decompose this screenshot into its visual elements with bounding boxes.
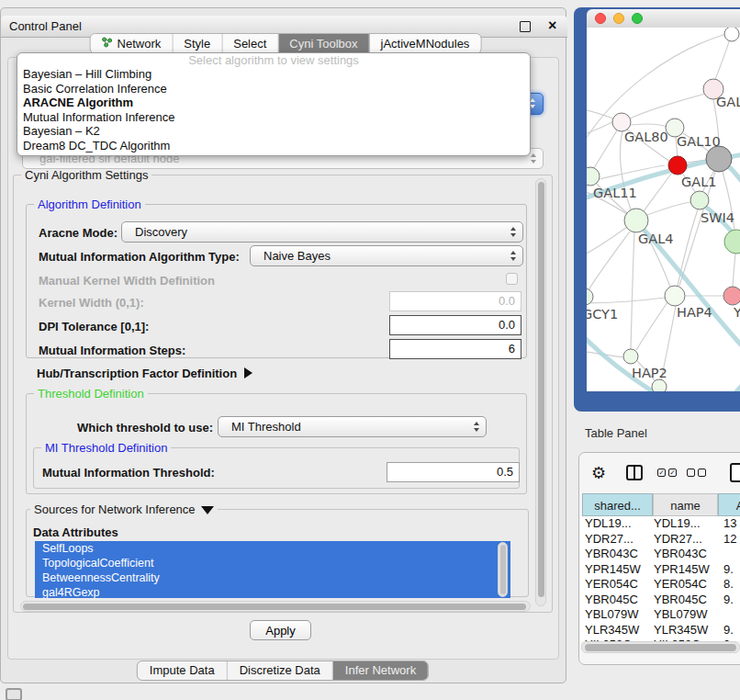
data-attributes-list[interactable]: SelfLoopsTopologicalCoefficientBetweenne…: [35, 541, 510, 598]
network-edge-highlighted: [587, 333, 708, 391]
which-threshold-value: MI Threshold: [231, 420, 301, 434]
hub-definition-toggle[interactable]: Hub/Transcription Factor Definition: [37, 367, 252, 380]
table-row[interactable]: YBL079WYBL079W: [580, 607, 740, 623]
tab-network[interactable]: Network: [91, 34, 174, 53]
table-cell: YPR145W: [654, 562, 710, 578]
network-edge: [587, 108, 613, 119]
gear-icon[interactable]: ⚙: [591, 463, 606, 482]
tab-cyni-toolbox[interactable]: Cyni Toolbox: [278, 34, 369, 53]
network-node-swi4[interactable]: [690, 191, 709, 209]
table-row[interactable]: YDR27...YDR27...12: [580, 532, 740, 548]
network-node-hap2[interactable]: [623, 349, 638, 364]
network-node-gal80[interactable]: [612, 113, 631, 131]
dpi-tolerance-field[interactable]: 0.0: [389, 315, 521, 335]
tab-discretize-data[interactable]: Discretize Data: [228, 661, 333, 680]
screen: Control Panel × NetworkStyleSelectCyni T…: [0, 0, 740, 700]
table-row[interactable]: YBR045CYBR045C9.: [580, 593, 740, 608]
dropdown-item-dream8-dc-tdc-algorithm[interactable]: Dream8 DC_TDC Algorithm: [17, 139, 530, 153]
dropdown-item-mutual-information-inference[interactable]: Mutual Information Inference: [17, 110, 530, 125]
manual-kernel-width-checkbox[interactable]: [506, 273, 518, 285]
settings-horizontal-scrollbar[interactable]: [20, 601, 531, 612]
which-threshold-combo[interactable]: MI Threshold: [218, 416, 487, 437]
deselect-all-icon[interactable]: [687, 469, 709, 485]
attributes-list-scrollbar-thumb[interactable]: [500, 545, 506, 594]
network-edge: [587, 298, 665, 303]
export-table-icon[interactable]: [730, 463, 740, 482]
tab-style[interactable]: Style: [173, 34, 222, 53]
table-row[interactable]: YDL19...YDL19...13: [580, 516, 740, 532]
top-tab-bar: NetworkStyleSelectCyni ToolboxjActiveMNo…: [90, 33, 482, 54]
tab-jactivemnodules[interactable]: jActiveMNodules: [370, 34, 481, 53]
algorithm-definition-title: Algorithm Definition: [34, 198, 145, 211]
dropdown-item-basic-correlation-inference[interactable]: Basic Correlation Inference: [17, 82, 530, 96]
panel-dock-icon[interactable]: [6, 688, 22, 700]
aracne-mode-combo[interactable]: Discovery: [121, 221, 523, 243]
node-label-hap2: HAP2: [632, 366, 667, 380]
select-all-icon[interactable]: ✓✓: [657, 469, 679, 485]
mi-steps-label: Mutual Information Steps:: [39, 344, 185, 357]
data-attributes-label: Data Attributes: [33, 525, 118, 539]
table-cell: 12: [723, 532, 736, 548]
settings-horizontal-scrollbar-thumb[interactable]: [23, 604, 526, 610]
node-label-swi4: SWI4: [701, 210, 734, 225]
mi-threshold-field[interactable]: 0.5: [387, 462, 520, 482]
network-canvas: GALGAL80GAL10GAL1GAL11SWI4GAL4HAP4YGCY1H…: [587, 28, 740, 391]
table-horizontal-scrollbar[interactable]: [581, 641, 740, 653]
dropdown-item-aracne-algorithm[interactable]: ARACNE Algorithm: [17, 96, 530, 110]
float-window-icon[interactable]: [520, 21, 531, 32]
attribute-item-gal4rgexp[interactable]: gal4RGexp: [35, 585, 510, 598]
sources-title: Sources for Network Inference: [34, 502, 196, 516]
network-node-gal1[interactable]: [668, 156, 687, 175]
network-edge: [631, 232, 634, 349]
close-window-icon[interactable]: ×: [548, 17, 556, 35]
table-cell: YLR345W: [654, 623, 708, 638]
kernel-width-field[interactable]: 0.0: [389, 291, 521, 311]
attributes-list-scrollbar[interactable]: [498, 542, 508, 597]
column-header-shared[interactable]: shared...: [582, 493, 653, 516]
mi-algorithm-type-combo[interactable]: Naive Bayes: [250, 245, 523, 266]
split-columns-icon[interactable]: [626, 465, 643, 480]
network-node[interactable]: [706, 146, 732, 172]
network-node-y[interactable]: [723, 287, 740, 305]
dropdown-item-bayesian-hill-climbing[interactable]: Bayesian – Hill Climbing: [17, 67, 530, 82]
network-node-hap4[interactable]: [665, 286, 685, 306]
table-body: YDL19...YDL19...13YDR27...YDR27...12YBR0…: [580, 516, 740, 641]
apply-button[interactable]: Apply: [250, 620, 311, 640]
network-node[interactable]: [724, 28, 739, 41]
tab-impute-data[interactable]: Impute Data: [138, 661, 228, 680]
settings-vertical-scrollbar-thumb[interactable]: [538, 182, 544, 597]
network-edge: [647, 202, 690, 215]
network-node[interactable]: [652, 379, 667, 391]
column-header-a[interactable]: A: [718, 493, 740, 516]
network-edge: [733, 254, 735, 287]
mac-zoom-button[interactable]: [632, 13, 643, 24]
column-header-name[interactable]: name: [653, 493, 718, 516]
network-node-gal11[interactable]: [587, 167, 600, 186]
mac-close-button[interactable]: [595, 13, 606, 24]
table-cell: YDL19...: [654, 516, 701, 532]
mi-steps-field[interactable]: 6: [389, 339, 521, 359]
expand-right-icon: [244, 367, 252, 378]
tab-label: Select: [233, 34, 266, 53]
tab-infer-network[interactable]: Infer Network: [333, 661, 428, 680]
network-node[interactable]: [724, 230, 740, 254]
table-horizontal-scrollbar-thumb[interactable]: [585, 644, 736, 651]
attribute-item-topologicalcoefficient[interactable]: TopologicalCoefficient: [35, 556, 510, 570]
mac-minimize-button[interactable]: [613, 13, 624, 24]
settings-vertical-scrollbar[interactable]: [535, 178, 546, 606]
table-row[interactable]: YPR145WYPR145W9.: [580, 562, 740, 578]
table-row[interactable]: YLR345WYLR345W9.: [580, 623, 740, 638]
table-cell: YBL079W: [585, 607, 639, 623]
table-row[interactable]: YBR043CYBR043C: [580, 547, 740, 562]
sources-title-toggle[interactable]: Sources for Network Inference: [30, 502, 218, 516]
threshold-definition-title: Threshold Definition: [34, 387, 148, 401]
network-node-gal4[interactable]: [624, 209, 648, 232]
attribute-item-selfloops[interactable]: SelfLoops: [35, 541, 510, 556]
tab-select[interactable]: Select: [222, 34, 278, 53]
dropdown-item-bayesian-k2[interactable]: Bayesian – K2: [17, 124, 530, 139]
table-row[interactable]: YER054CYER054C8.: [580, 577, 740, 593]
attribute-item-betweennesscentrality[interactable]: BetweennessCentrality: [35, 570, 510, 585]
table-cell: YLR345W: [585, 623, 639, 638]
algorithm-dropdown-popup: Select algorithm to view settings Bayesi…: [17, 52, 531, 156]
bottom-tab-bar: Impute DataDiscretize DataInfer Network: [137, 660, 429, 681]
